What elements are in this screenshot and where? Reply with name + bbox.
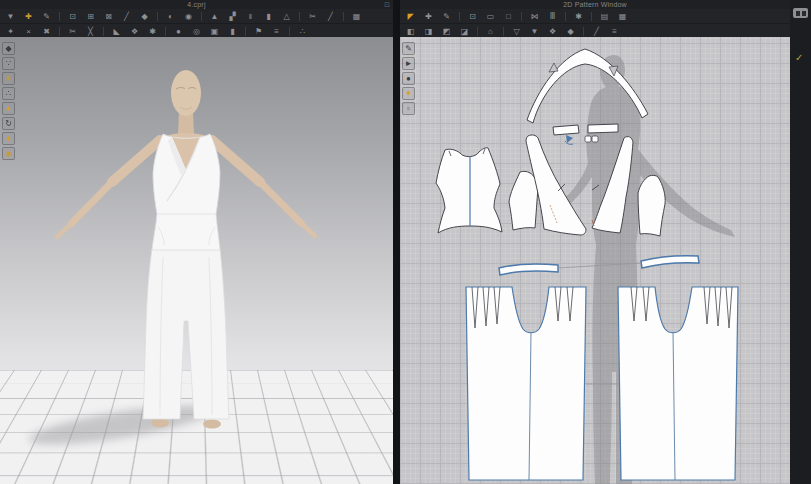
texture-view-icon[interactable]: ▣ [206, 25, 223, 38]
3d-viewport[interactable]: ◆∵☀∴●↻♦◉ [0, 37, 393, 484]
avatar-pose-icon[interactable]: ✦ [2, 25, 19, 38]
fold-3d-icon[interactable]: ⌂ [482, 25, 499, 38]
confirm-check-icon[interactable]: ✓ [795, 52, 803, 63]
segment-sewing-icon[interactable]: ◧ [402, 25, 419, 38]
waistband-strip-right[interactable] [588, 124, 618, 133]
sphere-2d-icon[interactable]: ● [402, 72, 415, 85]
pattern-canvas[interactable] [400, 37, 790, 484]
select-mesh-icon-glyph: ⊠ [105, 12, 112, 21]
rotate-view-icon[interactable]: ↻ [2, 117, 15, 130]
avatar-pair-icon-glyph: ▞ [229, 12, 235, 21]
dock-widget[interactable] [793, 8, 808, 18]
button-a [585, 136, 591, 142]
sphere-select-icon[interactable]: ◎ [188, 25, 205, 38]
trace-tool-icon[interactable]: ◆ [562, 25, 579, 38]
zoom-pan-icon[interactable]: ◐ [162, 10, 179, 23]
3d-toolbar-row1: ▼✚✎⊡⊞⊠╱◆◐◉▲▞‖▮△✂╱▦ [0, 9, 393, 24]
spark-2d-icon[interactable]: ✦ [402, 87, 415, 100]
clo3d-app: 4.cprj ⊡ ▼✚✎⊡⊞⊠╱◆◐◉▲▞‖▮△✂╱▦ ✦×✖✂╳◣❖✱●◎▣▮… [0, 0, 811, 484]
trace-tool-icon-glyph: ◆ [567, 27, 573, 36]
window-divider[interactable] [393, 0, 400, 484]
rect-pattern-icon[interactable]: □ [500, 10, 517, 23]
seam-allowance-icon[interactable]: ✱ [570, 10, 587, 23]
edit-pattern-icon[interactable]: ✚ [420, 10, 437, 23]
brush-tool-icon[interactable]: ╱ [118, 10, 135, 23]
dart-tool-icon[interactable]: ⋈ [526, 10, 543, 23]
side-panel-left[interactable] [509, 171, 538, 230]
show-pins-icon[interactable]: ∵ [2, 57, 15, 70]
transform-pattern-icon[interactable]: ◤ [402, 10, 419, 23]
render-style-icon-glyph: ◉ [5, 148, 12, 159]
toolbar-separator [289, 27, 290, 36]
side-panel-right[interactable] [638, 175, 665, 236]
detach-window-icon[interactable]: ⊡ [384, 0, 390, 9]
2d-viewport[interactable]: ✎►●✦▫ [400, 37, 790, 484]
fold-arrangement-icon[interactable]: ◣ [108, 25, 125, 38]
garment-front-icon[interactable]: ▮ [260, 10, 277, 23]
measure-tool-icon[interactable]: ╱ [588, 25, 605, 38]
camera-icon[interactable]: ◉ [180, 10, 197, 23]
cut-and-sew-icon[interactable]: ✂ [64, 25, 81, 38]
3d-window: 4.cprj ⊡ ▼✚✎⊡⊞⊠╱◆◐◉▲▞‖▮△✂╱▦ ✦×✖✂╳◣❖✱●◎▣▮… [0, 0, 393, 484]
edit-sewing-icon[interactable]: ◪ [456, 25, 473, 38]
pattern-shape-icon[interactable]: ❖ [544, 25, 561, 38]
blank-2d-icon[interactable]: ▫ [402, 102, 415, 115]
highlight-icon[interactable]: ♦ [2, 132, 15, 145]
layer-flat-icon[interactable]: ≡ [268, 25, 285, 38]
mannequin-icon[interactable]: ▮ [224, 25, 241, 38]
free-sewing-icon[interactable]: ◨ [420, 25, 437, 38]
garment-jumpsuit[interactable] [143, 134, 229, 419]
simulate-icon[interactable]: ▼ [2, 10, 19, 23]
grid-dense-icon[interactable]: ▦ [614, 10, 631, 23]
waistband-strip-left[interactable] [553, 125, 579, 135]
more-dots-icon[interactable]: ∴ [294, 25, 311, 38]
scissors-icon[interactable]: ✂ [304, 10, 321, 23]
render-style-icon[interactable]: ◉ [2, 147, 15, 160]
select-move-icon[interactable]: ⊡ [64, 10, 81, 23]
show-avatar-icon[interactable]: ● [2, 102, 15, 115]
avatar-shadow [27, 398, 213, 452]
notch-tool-icon[interactable]: ▽ [508, 25, 525, 38]
steam-tool-icon[interactable]: ◆ [136, 10, 153, 23]
select-mesh-icon[interactable]: ⊠ [100, 10, 117, 23]
avatar-edit-icon[interactable]: × [20, 25, 37, 38]
show-points-icon[interactable]: ∴ [2, 87, 15, 100]
pen-tool-icon[interactable]: ✎ [38, 10, 55, 23]
bodice-back[interactable] [436, 148, 502, 233]
cross-cut-icon[interactable]: ╳ [82, 25, 99, 38]
flower-trim-icon[interactable]: ❖ [126, 25, 143, 38]
pause-sim-icon[interactable]: ‖ [242, 10, 259, 23]
waistband-curve-left[interactable] [499, 264, 558, 275]
needle-icon[interactable]: ╱ [322, 10, 339, 23]
select-box-icon[interactable]: ⊞ [82, 10, 99, 23]
garment-fit-icon[interactable]: △ [278, 10, 295, 23]
pin-add-icon[interactable]: ✚ [20, 10, 37, 23]
pin-avatar-icon[interactable]: ▲ [206, 10, 223, 23]
grid-layout-icon[interactable]: ▤ [596, 10, 613, 23]
view-gizmo-icon[interactable]: ◆ [2, 42, 15, 55]
grain-line-icon[interactable]: ▼ [526, 25, 543, 38]
bow-trim-icon[interactable]: ✱ [144, 25, 161, 38]
avatar-scale-icon[interactable]: ✖ [38, 25, 55, 38]
trouser-panel-right[interactable] [618, 287, 738, 480]
avatar-3d[interactable] [0, 37, 393, 484]
pleat-tool-icon[interactable]: Ⅲ [544, 10, 561, 23]
baseline-icon[interactable]: ≡ [606, 25, 623, 38]
grid-snap-icon[interactable]: ▦ [348, 10, 365, 23]
scene-light-icon[interactable]: ☀ [2, 72, 15, 85]
add-point-icon[interactable]: ⊡ [464, 10, 481, 23]
edit-curve-icon[interactable]: ✎ [438, 10, 455, 23]
polygon-pattern-icon[interactable]: ▭ [482, 10, 499, 23]
sphere-view-icon[interactable]: ● [170, 25, 187, 38]
pen-2d-icon[interactable]: ✎ [402, 42, 415, 55]
arrow-2d-icon[interactable]: ► [402, 57, 415, 70]
dart-tool-icon-glyph: ⋈ [531, 12, 539, 21]
avatar-pair-icon[interactable]: ▞ [224, 10, 241, 23]
toolbar-separator [59, 12, 60, 21]
waistband-curve-right[interactable] [641, 256, 699, 268]
blank-2d-icon-glyph: ▫ [407, 103, 410, 114]
fold-arrangement-icon-glyph: ◣ [113, 27, 119, 36]
trouser-panel-left[interactable] [466, 287, 586, 480]
mn-sewing-icon[interactable]: ◩ [438, 25, 455, 38]
flag-marker-icon[interactable]: ⚑ [250, 25, 267, 38]
